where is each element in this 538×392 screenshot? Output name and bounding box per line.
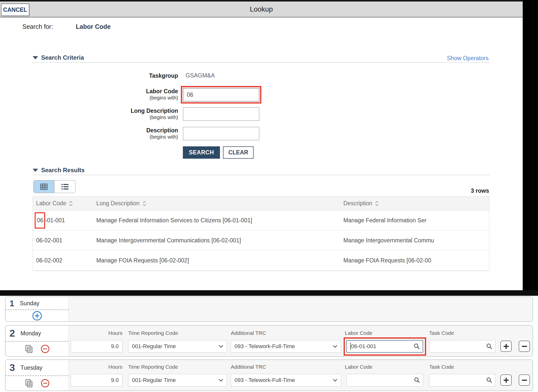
search-criteria-header[interactable]: Search Criteria [33, 54, 84, 61]
text-cursor [350, 343, 351, 350]
day-cell: 1 Sunday [6, 297, 69, 321]
trc-select[interactable]: 001-Regular Time [128, 374, 227, 386]
trc-label: Time Reporting Code [128, 364, 178, 370]
result-long-description[interactable]: Manage Federal Information Services to C… [96, 217, 343, 224]
additional-trc-select[interactable]: 093 - Telework-Full-Time [231, 340, 341, 353]
table-row[interactable]: 06-02-001 Manage Intergovernmental Commu… [33, 231, 489, 251]
collapse-triangle-icon [33, 169, 38, 172]
trc-label: Time Reporting Code [128, 330, 178, 336]
search-icon[interactable] [414, 343, 420, 350]
day-row-sunday: 1 Sunday [5, 297, 533, 322]
day-cell: 3 Tuesday [6, 360, 69, 390]
taskgroup-value: GSAGM&A [186, 72, 215, 79]
list-icon [61, 184, 69, 190]
search-for-line: Search for:Labor Code [22, 23, 111, 30]
result-description[interactable]: Manage Federal Information Ser [343, 217, 489, 224]
chevron-down-icon [219, 345, 223, 348]
delete-row-icon[interactable] [40, 344, 50, 354]
chevron-down-icon [219, 379, 223, 382]
show-operators-link[interactable]: Show Operators [413, 55, 489, 62]
day-cell: 2 Monday [6, 326, 69, 356]
search-results-header[interactable]: Search Results [33, 167, 85, 174]
hours-label: Hours [71, 330, 122, 336]
search-button[interactable]: SEARCH [183, 146, 220, 159]
annotation-box: 06 [35, 212, 45, 229]
sort-icon[interactable] [375, 201, 379, 206]
labor-code-label: Labor Code [345, 364, 372, 370]
result-labor-code[interactable]: 06-02-001 [33, 237, 96, 244]
collapse-triangle-icon [33, 56, 38, 59]
hours-label: Hours [71, 364, 122, 370]
minus-icon [521, 377, 527, 383]
labor-code-lookup-input[interactable]: 06-01-001 [346, 340, 423, 353]
sort-icon[interactable] [142, 201, 146, 206]
screen: Lookup CANCEL Search for:Labor Code Sear… [0, 0, 538, 392]
description-label: Description (begins with) [73, 127, 178, 140]
result-labor-code[interactable]: 06-01-001 [33, 216, 96, 225]
search-for-label: Search for: [22, 23, 53, 30]
search-icon[interactable] [486, 343, 493, 350]
day-number: 1 [10, 299, 14, 308]
list-view-button[interactable] [54, 180, 75, 193]
copy-row-icon[interactable] [24, 379, 33, 388]
day-number: 2 [10, 328, 15, 339]
result-description[interactable]: Manage Intergovernmental Commu [343, 237, 489, 244]
search-icon[interactable] [414, 377, 420, 383]
table-row[interactable]: 06-01-001 Manage Federal Information Ser… [33, 211, 489, 231]
remove-entry-button[interactable] [519, 341, 530, 352]
plus-icon [503, 343, 509, 349]
day-name: Sunday [20, 300, 39, 307]
criteria-divider [33, 62, 489, 63]
column-header-description[interactable]: Description [343, 200, 489, 207]
results-divider [33, 175, 489, 175]
trc-select[interactable]: 001-Regular Time [128, 340, 227, 353]
search-for-value: Labor Code [76, 23, 111, 30]
chevron-down-icon [333, 379, 337, 382]
additional-trc-label: Additional TRC [231, 330, 266, 336]
long-description-label: Long Description (begins with) [73, 107, 178, 121]
right-letterbox [523, 0, 538, 296]
additional-trc-select[interactable]: 093 - Telework-Full-Time [231, 374, 341, 386]
plus-icon [503, 377, 509, 383]
clear-button[interactable]: CLEAR [223, 146, 254, 159]
add-row-icon[interactable] [32, 311, 42, 321]
result-labor-code[interactable]: 06-02-002 [33, 257, 96, 264]
task-code-lookup-input[interactable] [429, 374, 495, 386]
view-toggle-group [33, 180, 75, 193]
table-row[interactable]: 06-02-002 Manage FOIA Requests [06-02-00… [33, 251, 489, 271]
hours-input[interactable]: 9.0 [71, 340, 122, 353]
sort-icon[interactable] [69, 201, 73, 206]
add-entry-button[interactable] [500, 341, 512, 352]
labor-code-label: Labor Code (begins with) [73, 88, 178, 101]
search-icon[interactable] [486, 377, 493, 383]
day-entry-area: Hours Time Reporting Code Additional TRC… [69, 326, 532, 356]
day-name: Monday [21, 330, 41, 337]
labor-code-label: Labor Code [345, 330, 372, 336]
results-table-header: Labor Code Long Description Description [33, 197, 489, 211]
grid-icon [40, 183, 48, 190]
day-number: 3 [10, 362, 15, 373]
result-description[interactable]: Manage FOIA Requests [06-02-00 [343, 257, 489, 264]
day-row-tuesday: 3 Tuesday Hours Time Reporting Code Addi… [5, 359, 533, 391]
task-code-lookup-input[interactable] [429, 340, 495, 353]
result-long-description[interactable]: Manage FOIA Requests [06-02-002] [96, 257, 343, 264]
labor-code-lookup-input[interactable] [346, 374, 423, 386]
column-header-long-description[interactable]: Long Description [96, 200, 343, 207]
minus-icon [521, 343, 527, 349]
results-table: Labor Code Long Description Description … [33, 196, 489, 271]
long-description-input[interactable] [183, 107, 259, 121]
day-name: Tuesday [21, 364, 42, 371]
labor-code-criteria-input[interactable] [183, 88, 259, 102]
task-code-label: Task Code [429, 330, 454, 336]
delete-row-icon[interactable] [40, 378, 50, 388]
copy-row-icon[interactable] [24, 344, 33, 353]
grid-view-button[interactable] [33, 180, 54, 193]
cancel-button[interactable]: CANCEL [1, 4, 29, 16]
chevron-down-icon [333, 345, 337, 348]
description-input[interactable] [183, 127, 259, 140]
result-long-description[interactable]: Manage Intergovernmental Communications … [96, 237, 343, 244]
column-header-labor-code[interactable]: Labor Code [33, 200, 96, 207]
remove-entry-button[interactable] [519, 374, 530, 386]
add-entry-button[interactable] [500, 374, 512, 386]
hours-input[interactable]: 9.0 [71, 374, 122, 386]
